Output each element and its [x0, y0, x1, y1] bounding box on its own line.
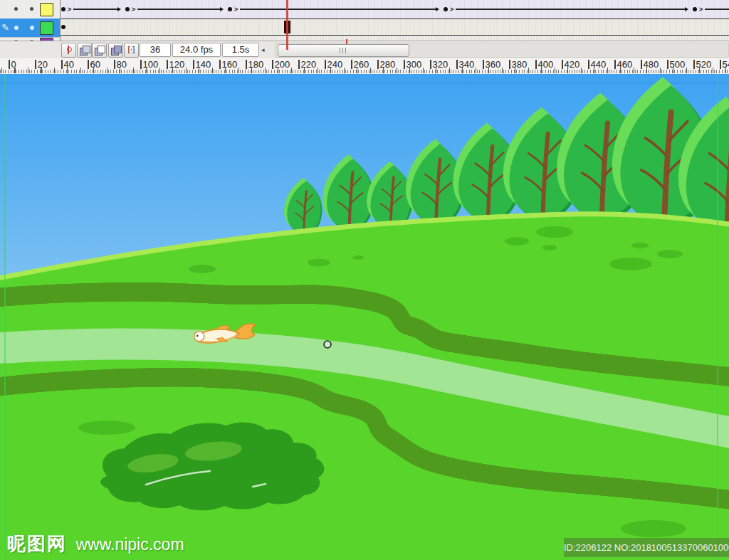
- tween-line: [240, 9, 436, 10]
- empty-frames-strip[interactable]: [61, 36, 729, 41]
- scene-artwork[interactable]: [0, 74, 729, 560]
- timeline-scrollbar-thumb[interactable]: [278, 44, 409, 57]
- keyframe-dot[interactable]: [125, 7, 130, 11]
- nipic-url-text: www.nipic.com: [75, 535, 184, 554]
- scrollbar-grip-icon: [340, 48, 347, 53]
- center-frame-button[interactable]: [61, 43, 76, 58]
- timeline-frames-area[interactable]: >>>>>: [60, 0, 729, 41]
- keyframe-dot[interactable]: [693, 7, 697, 11]
- keyframe-dot[interactable]: [61, 7, 65, 11]
- nipic-watermark: 昵图网 www.nipic.com: [7, 532, 184, 556]
- layer-outline-color-swatch[interactable]: [40, 21, 53, 35]
- tween-line: [137, 9, 220, 10]
- layer-visibility-dot[interactable]: [14, 7, 18, 11]
- edit-multiple-frames-button[interactable]: [108, 43, 123, 58]
- timeline-scrollbar-track[interactable]: ◂: [275, 43, 729, 58]
- layer-row-2[interactable]: ✎: [0, 19, 60, 38]
- keyframe-dot[interactable]: [61, 25, 65, 29]
- timeline-playhead[interactable]: [286, 0, 288, 50]
- stage-canvas[interactable]: [0, 74, 729, 560]
- ruler-minor-ticks: [0, 70, 729, 73]
- tween-layer-frames[interactable]: >>>>>: [61, 0, 729, 19]
- tween-arrowhead-icon: [436, 7, 439, 11]
- selected-layer-frames[interactable]: [61, 19, 729, 36]
- tween-line: [456, 9, 685, 10]
- tween-start-chevron-icon: >: [234, 6, 238, 13]
- tween-start-chevron-icon: >: [699, 6, 703, 13]
- keyframe-dot[interactable]: [444, 7, 448, 11]
- modify-onion-markers-button[interactable]: [·]: [124, 43, 139, 58]
- registration-point-marker: [324, 341, 331, 348]
- layer-lock-dot[interactable]: [30, 7, 33, 11]
- scrollbar-left-arrow[interactable]: ◂: [261, 46, 265, 53]
- frame-rate-field[interactable]: 24.0 fps: [172, 43, 221, 57]
- layer-outline-color-swatch[interactable]: [40, 3, 53, 16]
- tween-arrowhead-icon: [117, 7, 121, 11]
- pencil-edit-icon: ✎: [1, 22, 9, 33]
- tween-line: [705, 9, 729, 10]
- image-id-watermark: ID:2206122 NO:20181005133700601000: [564, 538, 729, 557]
- current-frame-field[interactable]: 36: [140, 43, 171, 57]
- timeline-toolbar: [·] 36 24.0 fps 1.5s ◂: [0, 41, 729, 60]
- tween-line: [73, 9, 117, 10]
- layer-lock-dot[interactable]: [30, 26, 34, 30]
- onion-outline-icon: [98, 46, 105, 53]
- layer-visibility-dot[interactable]: [14, 26, 19, 30]
- tween-start-chevron-icon: >: [450, 6, 453, 13]
- tween-arrowhead-icon: [685, 7, 688, 11]
- left-guide-line[interactable]: [4, 74, 6, 560]
- flash-editor-window: ✎ >>>>>: [0, 0, 729, 560]
- multi-frames-icon: [114, 46, 122, 53]
- elapsed-time-field[interactable]: 1.5s: [222, 43, 259, 57]
- right-guide-line[interactable]: [717, 74, 718, 560]
- fish-head: [194, 331, 204, 342]
- onion-skin-icon: [83, 46, 90, 53]
- onion-skin-button[interactable]: [77, 43, 92, 58]
- stage-top-boundary-line: [0, 83, 729, 83]
- keyframe-dot[interactable]: [228, 7, 232, 11]
- playhead-dot-icon: [67, 47, 72, 52]
- layer-row-1[interactable]: [0, 0, 60, 19]
- onion-skin-outlines-button[interactable]: [92, 43, 107, 58]
- tween-arrowhead-icon: [220, 7, 224, 11]
- tween-start-chevron-icon: >: [132, 6, 135, 13]
- tween-start-chevron-icon: >: [68, 6, 71, 13]
- stage-horizontal-ruler: 0204060801001201401601802002202402602803…: [0, 58, 729, 75]
- nipic-logo-text: 昵图网: [7, 533, 67, 554]
- playhead-position-marker: [346, 39, 347, 44]
